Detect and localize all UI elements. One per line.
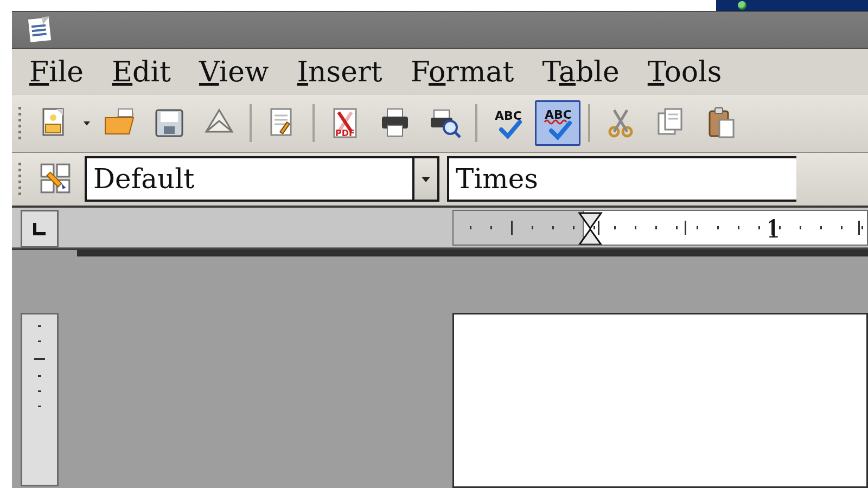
toolbar-separator (312, 104, 315, 142)
page-border-top (77, 250, 868, 256)
abc-label: ABC (545, 108, 572, 121)
svg-rect-8 (164, 126, 175, 134)
menu-tools[interactable]: Tools (648, 55, 722, 88)
paste-button[interactable] (698, 100, 743, 146)
font-name-input[interactable] (449, 161, 796, 197)
toolbar-grip-icon[interactable] (16, 101, 25, 145)
svg-rect-5 (118, 109, 132, 117)
print-preview-button[interactable] (422, 100, 468, 146)
ruler-number-1: 1 (766, 215, 781, 243)
toolbar-separator (475, 104, 477, 142)
window-title-bar[interactable] (12, 11, 868, 49)
svg-rect-19 (434, 110, 449, 119)
svg-line-22 (455, 132, 460, 137)
styles-and-formatting-button[interactable] (35, 158, 77, 200)
font-name-combo[interactable] (447, 156, 796, 202)
pdf-label: PDF (335, 128, 355, 138)
document-workspace (12, 248, 868, 488)
window-left-gutter (0, 11, 12, 488)
desktop-top-strip (0, 0, 868, 11)
menu-file[interactable]: File (29, 55, 84, 88)
new-document-dropdown[interactable] (81, 118, 92, 128)
print-button[interactable] (372, 100, 418, 146)
vertical-ruler[interactable] (21, 313, 59, 486)
toolbar-separator (588, 104, 590, 142)
edit-document-button[interactable] (259, 100, 305, 146)
ruler-ticks (454, 211, 867, 245)
menu-format[interactable]: Format (411, 55, 514, 88)
new-document-button[interactable] (31, 100, 77, 146)
paragraph-style-input[interactable] (87, 161, 412, 197)
copy-button[interactable] (648, 100, 693, 146)
tab-stop-well[interactable] (21, 210, 59, 248)
svg-rect-7 (161, 112, 178, 122)
auto-spellcheck-button[interactable]: ABC (535, 100, 580, 146)
svg-rect-16 (387, 109, 403, 118)
document-page[interactable] (452, 313, 868, 488)
desktop-taskbar-fragment (716, 0, 868, 11)
paragraph-style-combo[interactable] (85, 156, 439, 202)
horizontal-ruler[interactable]: 1 (452, 210, 868, 246)
svg-point-3 (50, 114, 56, 121)
svg-rect-18 (387, 125, 403, 136)
toolbar-separator (250, 104, 252, 142)
menu-bar: File Edit View Insert Format Table Tools (12, 49, 868, 94)
toolbar-grip-icon[interactable] (16, 157, 25, 201)
formatting-toolbar (12, 153, 868, 206)
svg-marker-4 (84, 121, 90, 126)
svg-rect-2 (46, 124, 61, 133)
spellcheck-button[interactable]: ABC (485, 100, 531, 146)
menu-view[interactable]: View (199, 55, 269, 88)
email-button[interactable] (196, 100, 242, 146)
menu-insert[interactable]: Insert (297, 55, 382, 88)
menu-edit[interactable]: Edit (112, 55, 171, 88)
svg-rect-36 (41, 180, 54, 192)
standard-toolbar: PDF ABC ABC (12, 94, 868, 153)
abc-label: ABC (495, 109, 522, 123)
horizontal-ruler-row: 1 (12, 206, 868, 248)
open-button[interactable] (97, 100, 142, 146)
paragraph-style-dropdown[interactable] (412, 158, 437, 200)
save-button[interactable] (146, 100, 192, 146)
app-document-icon (25, 15, 54, 44)
svg-rect-32 (715, 108, 723, 113)
svg-rect-33 (719, 120, 733, 137)
export-pdf-button[interactable]: PDF (322, 100, 368, 146)
svg-marker-38 (422, 177, 430, 182)
menu-table[interactable]: Table (542, 55, 619, 88)
cut-button[interactable] (598, 100, 643, 146)
svg-rect-35 (57, 164, 69, 177)
